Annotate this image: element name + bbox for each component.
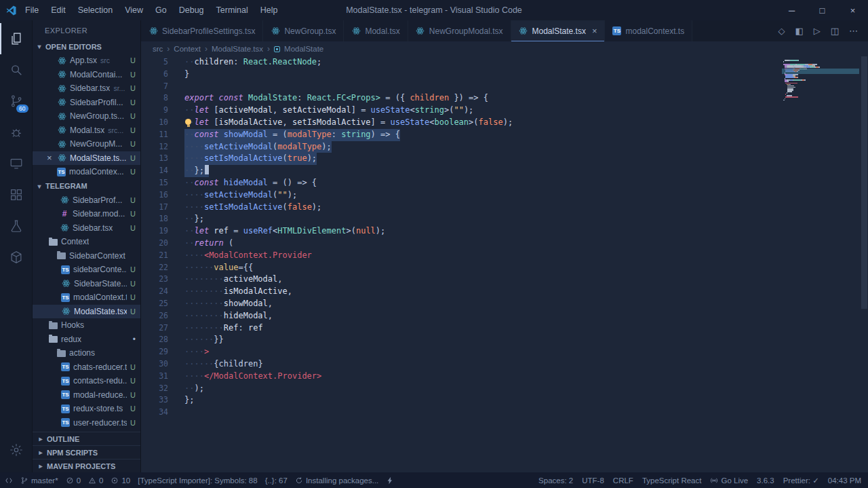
status-plug[interactable] xyxy=(386,476,394,485)
line-number[interactable]: 28 xyxy=(141,334,168,346)
line-number[interactable]: 33 xyxy=(141,394,168,407)
status-eol[interactable]: CRLF xyxy=(613,476,633,485)
line-number[interactable]: 7 xyxy=(141,81,168,93)
line-number[interactable]: 21 xyxy=(141,250,168,262)
code-line[interactable]: 22······value={{ xyxy=(141,262,780,274)
line-content[interactable]: ··let ref = useRef<HTMLDivElement>(null)… xyxy=(184,225,385,238)
project-header[interactable]: ▾ TELEGRAM xyxy=(33,179,140,193)
code-line[interactable]: 28······}} xyxy=(141,334,780,346)
code-line[interactable]: 10··let [isModalActive, setIsModalActive… xyxy=(141,117,780,129)
tree-item[interactable]: actions xyxy=(33,346,140,360)
line-content[interactable]: ····<ModalContext.Provider xyxy=(184,250,312,262)
status-encoding[interactable]: UTF-8 xyxy=(582,476,604,485)
line-number[interactable]: 8 xyxy=(141,92,168,105)
open-editors-header[interactable]: ▾ OPEN EDITORS xyxy=(33,39,140,54)
code-line[interactable]: 30······{children} xyxy=(141,358,780,371)
status-prettier[interactable]: Prettier: ✓ xyxy=(783,476,819,485)
line-content[interactable]: ··}; xyxy=(184,213,204,225)
editor-scrollbar[interactable] xyxy=(860,56,868,472)
line-number[interactable]: 22 xyxy=(141,262,168,274)
open-editor-item[interactable]: App.tsxsrcU xyxy=(33,54,140,68)
status-version[interactable]: 3.6.3 xyxy=(757,476,774,485)
tree-item[interactable]: TSsidebarConte...U xyxy=(33,263,140,277)
status-remote[interactable] xyxy=(5,476,13,485)
line-number[interactable]: 24 xyxy=(141,286,168,298)
code-line[interactable]: 32··); xyxy=(141,383,780,395)
code-line[interactable]: 23········activeModal, xyxy=(141,274,780,286)
status-warnings[interactable]: 0 xyxy=(88,476,103,485)
code-line[interactable]: 34 xyxy=(141,407,780,419)
tree-item[interactable]: ModalState.tsxU xyxy=(33,305,140,319)
menu-edit[interactable]: Edit xyxy=(45,0,72,20)
line-number[interactable]: 6 xyxy=(141,69,168,81)
section-maven-projects[interactable]: ▸MAVEN PROJECTS xyxy=(33,459,140,472)
code-line[interactable]: 6} xyxy=(141,69,780,81)
tree-item[interactable]: Hooks xyxy=(33,318,140,333)
code-line[interactable]: 9··let [activeModal, setActiveModal] = u… xyxy=(141,105,780,117)
line-content[interactable]: ····setActiveModal(modalType); xyxy=(184,141,332,153)
tree-item[interactable]: Sidebar.tsxU xyxy=(33,221,140,236)
line-number[interactable]: 26 xyxy=(141,310,168,322)
line-content[interactable]: ····setActiveModal(""); xyxy=(184,189,297,202)
breadcrumb-item[interactable]: ModalState.tsx xyxy=(212,45,263,53)
close-tab-icon[interactable]: × xyxy=(592,26,597,36)
code-line[interactable]: 31····</ModalContext.Provider> xyxy=(141,371,780,383)
activity-docker[interactable] xyxy=(0,242,33,273)
tree-item[interactable]: TSmodalContext.tsU xyxy=(33,290,140,305)
tree-item[interactable]: TSuser-reducer.tsU xyxy=(33,416,140,430)
status-language-mode[interactable]: TypeScript React xyxy=(642,476,702,485)
activity-test[interactable] xyxy=(0,210,33,242)
editor-tab[interactable]: Modal.tsx xyxy=(344,20,408,41)
line-content[interactable]: }; xyxy=(184,394,194,407)
line-content[interactable]: ····setIsModalActive(true); xyxy=(184,153,317,165)
menu-debug[interactable]: Debug xyxy=(173,0,210,20)
status-errors[interactable]: 0 xyxy=(66,476,81,485)
activity-settings[interactable] xyxy=(0,434,33,466)
minimize-button[interactable]: ─ xyxy=(776,0,807,20)
code-line[interactable]: 18··}; xyxy=(141,213,780,225)
code-line[interactable]: 21····<ModalContext.Provider xyxy=(141,250,780,262)
line-content[interactable]: ··); xyxy=(184,383,204,395)
open-editor-item[interactable]: TSmodalContex...U xyxy=(33,165,140,179)
minimap[interactable] xyxy=(782,56,859,102)
line-content[interactable]: } xyxy=(184,69,189,81)
tree-item[interactable]: SidebarState...U xyxy=(33,277,140,291)
code-line[interactable]: 24········isModalActive, xyxy=(141,286,780,298)
line-content[interactable]: ······{children} xyxy=(184,358,263,371)
line-content[interactable]: ········Ref: ref xyxy=(184,322,263,335)
line-number[interactable]: 5 xyxy=(141,56,168,69)
run-icon[interactable]: ▷ xyxy=(814,26,821,35)
line-content[interactable]: ········showModal, xyxy=(184,298,273,310)
open-editor-item[interactable]: SidebarProfil...U xyxy=(33,96,140,110)
activity-live-share[interactable] xyxy=(0,148,33,179)
code-line[interactable]: 7 xyxy=(141,81,780,93)
tree-item[interactable]: TSredux-store.tsU xyxy=(33,402,140,416)
tree-item[interactable]: #Sidebar.mod...U xyxy=(33,207,140,221)
editor-tab[interactable]: SidebarProfileSettings.tsx xyxy=(141,20,263,41)
editor-tab[interactable]: NewGroupModal.tsx xyxy=(408,20,511,41)
line-number[interactable]: 15 xyxy=(141,177,168,189)
line-number[interactable]: 14 xyxy=(141,165,168,177)
code-line[interactable]: 15··const hideModal = () => { xyxy=(141,177,780,189)
tree-item[interactable]: TSchats-reducer.tsU xyxy=(33,360,140,375)
line-number[interactable]: 12 xyxy=(141,141,168,153)
code-editor[interactable]: 5··children: React.ReactNode;6}78export … xyxy=(141,56,868,472)
line-content[interactable]: ··let [activeModal, setActiveModal] = us… xyxy=(184,105,473,117)
open-editor-item[interactable]: ×ModalState.ts...U xyxy=(33,151,140,166)
line-number[interactable]: 20 xyxy=(141,238,168,250)
code-line[interactable]: 17····setIsModalActive(false); xyxy=(141,202,780,214)
line-content[interactable]: ··const hideModal = () => { xyxy=(184,177,317,189)
editor-tab[interactable]: TSmodalContext.ts xyxy=(605,20,692,41)
scrollbar-thumb[interactable] xyxy=(861,56,867,309)
tree-item[interactable]: TSmodal-reduce...U xyxy=(33,388,140,402)
more-actions-icon[interactable]: ⋯ xyxy=(849,26,858,35)
status-go-live[interactable]: Go Live xyxy=(710,476,748,485)
menu-selection[interactable]: Selection xyxy=(72,0,119,20)
line-number[interactable]: 23 xyxy=(141,274,168,286)
line-content[interactable]: ····> xyxy=(184,346,209,358)
code-line[interactable]: 19··let ref = useRef<HTMLDivElement>(nul… xyxy=(141,225,780,238)
line-number[interactable]: 31 xyxy=(141,371,168,383)
code-line[interactable]: 5··children: React.ReactNode; xyxy=(141,56,780,69)
toggle-layout-icon[interactable]: ◧ xyxy=(795,26,803,35)
activity-debug[interactable] xyxy=(0,117,33,148)
